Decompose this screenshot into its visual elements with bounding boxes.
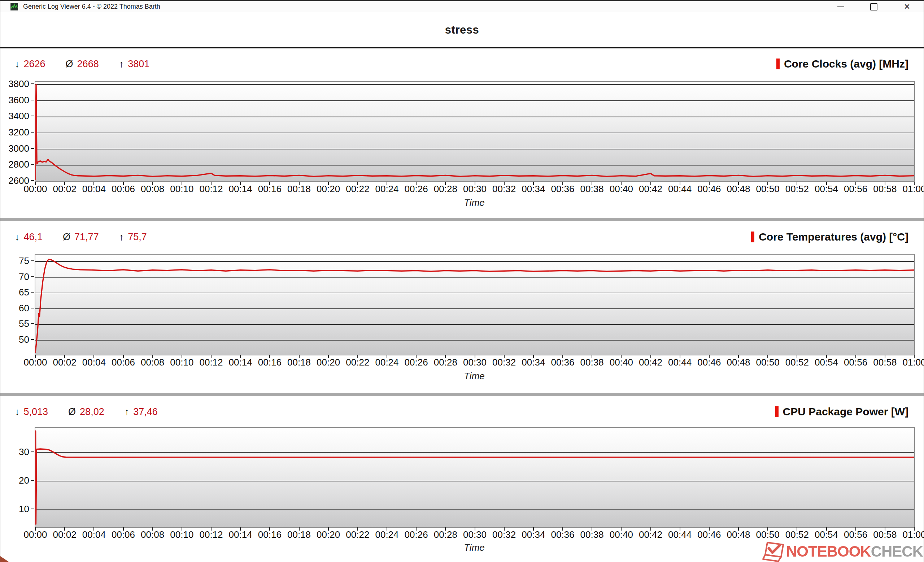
stat-max-value: 3801 xyxy=(128,59,149,70)
plot-area-core-temperatures[interactable] xyxy=(34,254,915,355)
x-tick-label: 00:40 xyxy=(610,183,633,195)
x-tick-label: 00:00 xyxy=(24,183,47,195)
x-tick-label: 00:08 xyxy=(141,183,164,195)
y-tick-label: 2800 xyxy=(0,159,29,170)
y-tick-mark xyxy=(31,308,34,308)
x-tick-label: 00:04 xyxy=(82,183,106,195)
x-tick-label: 00:32 xyxy=(492,529,516,540)
x-tick-label: 00:48 xyxy=(727,529,750,540)
stat-min-value: 5,013 xyxy=(24,406,48,418)
x-tick-label: 00:58 xyxy=(873,529,897,540)
x-tick-label: 00:40 xyxy=(610,357,633,368)
app-icon xyxy=(10,3,18,11)
x-tick-label: 00:24 xyxy=(375,357,399,368)
y-tick-mark xyxy=(31,148,34,149)
x-tick-label: 00:58 xyxy=(873,357,897,368)
x-tick-label: 00:52 xyxy=(785,183,809,195)
min-arrow-icon: ↓ xyxy=(15,406,20,418)
series-label-core-clocks: Core Clocks (avg) [MHz] xyxy=(776,58,909,70)
x-tick-label: 00:52 xyxy=(785,529,809,540)
x-tick-label: 00:10 xyxy=(170,357,194,368)
x-tick-label: 00:46 xyxy=(698,183,721,195)
series-color-marker xyxy=(775,406,778,417)
stat-min: ↓5,013 xyxy=(15,406,48,418)
x-tick-label: 00:54 xyxy=(814,357,838,368)
stat-avg: Ø71,77 xyxy=(63,231,99,243)
x-tick-label: 00:50 xyxy=(756,183,780,195)
chart-cpu-package-power: ↓5,013 Ø28,02 ↑37,46 CPU Package Power [… xyxy=(0,396,924,562)
minimize-button[interactable] xyxy=(824,1,857,12)
y-tick-label: 65 xyxy=(0,287,29,298)
x-tick-label: 00:16 xyxy=(258,357,282,368)
stat-avg-value: 28,02 xyxy=(80,406,104,418)
watermark-check-text: CHECK xyxy=(871,543,923,560)
stat-min: ↓46,1 xyxy=(15,231,43,243)
x-tick-label: 00:48 xyxy=(727,357,750,368)
window-title: Generic Log Viewer 6.4 - © 2022 Thomas B… xyxy=(23,3,160,11)
x-tick-label: 00:54 xyxy=(814,183,838,195)
x-tick-label: 00:50 xyxy=(756,357,780,368)
y-tick-mark xyxy=(31,260,34,261)
notebookcheck-watermark: NOTEBOOKCHECK xyxy=(762,541,923,562)
maximize-icon xyxy=(870,3,878,11)
series-title: Core Clocks (avg) [MHz] xyxy=(784,58,909,70)
x-tick-label: 01:00 xyxy=(902,183,924,195)
x-tick-label: 00:00 xyxy=(24,529,47,540)
x-tick-label: 00:04 xyxy=(82,357,106,368)
stat-max-value: 75,7 xyxy=(128,231,147,243)
x-tick-label: 00:26 xyxy=(405,183,428,195)
x-tick-label: 00:24 xyxy=(375,183,399,195)
avg-icon: Ø xyxy=(63,231,70,243)
close-icon: ✕ xyxy=(904,3,910,11)
chart-svg xyxy=(35,255,914,355)
x-tick-label: 00:58 xyxy=(873,183,897,195)
x-tick-label: 00:12 xyxy=(199,183,223,195)
x-tick-label: 00:16 xyxy=(258,183,282,195)
x-tick-label: 00:20 xyxy=(316,357,340,368)
x-tick-label: 00:30 xyxy=(463,183,486,195)
max-arrow-icon: ↑ xyxy=(124,406,130,418)
series-title: CPU Package Power [W] xyxy=(783,406,909,418)
log-viewer-window: Generic Log Viewer 6.4 - © 2022 Thomas B… xyxy=(0,0,924,562)
max-arrow-icon: ↑ xyxy=(119,231,124,243)
x-tick-label: 00:56 xyxy=(844,357,867,368)
x-tick-label: 00:52 xyxy=(785,357,809,368)
y-tick-label: 20 xyxy=(0,475,29,486)
title-bar: Generic Log Viewer 6.4 - © 2022 Thomas B… xyxy=(0,1,924,13)
y-tick-mark xyxy=(31,83,34,84)
chart-core-temperatures: ↓46,1 Ø71,77 ↑75,7 Core Temperatures (av… xyxy=(0,221,924,393)
chart-core-clocks: ↓2626 Ø2668 ↑3801 Core Clocks (avg) [MHz… xyxy=(0,49,924,218)
y-tick-label: 50 xyxy=(0,334,29,345)
stat-max: ↑3801 xyxy=(119,59,150,70)
series-title: Core Temperatures (avg) [°C] xyxy=(759,231,909,243)
x-tick-label: 00:30 xyxy=(463,529,486,540)
y-tick-label: 60 xyxy=(0,303,29,314)
plot-area-core-clocks[interactable] xyxy=(34,81,915,182)
plot-area-cpu-package-power[interactable] xyxy=(34,427,915,528)
x-tick-label: 00:40 xyxy=(610,529,633,540)
x-tick-label: 00:18 xyxy=(287,183,311,195)
y-tick-mark xyxy=(31,292,34,293)
x-tick-label: 00:38 xyxy=(580,357,604,368)
x-tick-label: 00:28 xyxy=(434,529,457,540)
x-tick-label: 00:22 xyxy=(346,183,369,195)
maximize-button[interactable] xyxy=(857,1,890,12)
time-axis-label: Time xyxy=(464,197,485,208)
x-tick-label: 00:18 xyxy=(287,357,311,368)
stats-core-clocks: ↓2626 Ø2668 ↑3801 xyxy=(15,59,149,70)
x-tick-label: 00:26 xyxy=(405,529,428,540)
y-tick-label: 75 xyxy=(0,255,29,266)
x-tick-label: 00:20 xyxy=(316,529,340,540)
chart-svg xyxy=(35,82,914,181)
x-tick-label: 00:36 xyxy=(551,357,574,368)
series-color-marker xyxy=(776,59,780,69)
stat-min-value: 46,1 xyxy=(24,231,43,243)
x-tick-label: 00:36 xyxy=(551,183,574,195)
stats-cpu-package-power: ↓5,013 Ø28,02 ↑37,46 xyxy=(15,406,158,418)
close-button[interactable]: ✕ xyxy=(890,1,924,12)
page-title: stress xyxy=(445,24,479,36)
avg-icon: Ø xyxy=(68,406,76,418)
x-tick-label: 00:02 xyxy=(53,183,76,195)
minimize-icon xyxy=(837,6,844,7)
x-tick-label: 00:10 xyxy=(170,529,194,540)
